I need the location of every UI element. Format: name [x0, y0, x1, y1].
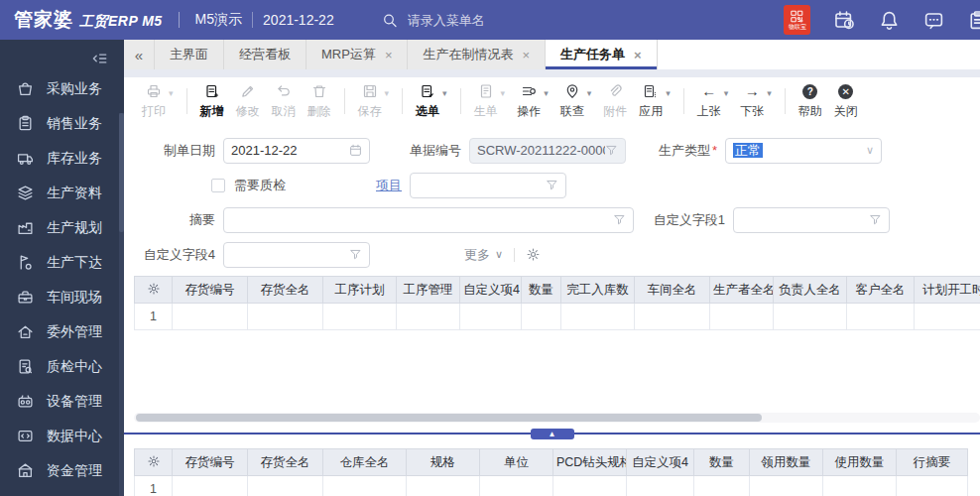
sidebar-item-production-data[interactable]: 生产资料	[0, 176, 124, 210]
grid-cell[interactable]	[248, 304, 323, 330]
tab-wip-report[interactable]: 生产在制情况表×	[408, 40, 546, 69]
grid-cell[interactable]	[173, 304, 248, 330]
grid-cell[interactable]	[522, 304, 561, 330]
grid-cell[interactable]	[897, 476, 968, 496]
pick-button[interactable]: 选单▾	[410, 81, 453, 122]
chevron-down-icon[interactable]: ▾	[169, 88, 174, 98]
grid-cell[interactable]	[694, 476, 750, 496]
help-button[interactable]: ?帮助	[793, 81, 828, 122]
attachment-button[interactable]: 附件	[597, 81, 633, 122]
menu-search-input[interactable]	[406, 12, 558, 29]
message-icon[interactable]	[923, 10, 944, 31]
chevron-down-icon[interactable]: ▾	[724, 88, 729, 98]
grid-cell[interactable]	[248, 476, 323, 496]
sidebar-item-quality[interactable]: 质检中心	[0, 349, 124, 384]
grid-cell[interactable]	[823, 476, 897, 496]
grid-cell[interactable]	[323, 476, 407, 496]
sidebar-item-sales[interactable]: 销售业务	[0, 106, 124, 141]
chevron-down-icon[interactable]: ▾	[666, 88, 671, 98]
grid-cell[interactable]	[480, 476, 553, 496]
clipboard-icon[interactable]	[968, 10, 980, 31]
grid-cell[interactable]	[323, 304, 397, 330]
grid-cell[interactable]	[915, 304, 980, 330]
save-button[interactable]: 保存▾	[352, 81, 396, 122]
print-button[interactable]: 打印▾	[136, 81, 180, 122]
date-input[interactable]: 2021-12-22	[223, 138, 370, 164]
grid-cell[interactable]	[173, 476, 248, 496]
next-button[interactable]: →下张▾	[734, 81, 778, 122]
grid-cell[interactable]	[553, 476, 627, 496]
sidebar-item-production-planning[interactable]: 生产规划	[0, 210, 124, 245]
filter-icon[interactable]	[869, 213, 882, 226]
grid-cell[interactable]	[407, 476, 480, 496]
delete-button[interactable]: 删除	[302, 81, 337, 122]
close-button[interactable]: ✕关闭	[828, 81, 864, 122]
filter-icon[interactable]	[605, 144, 618, 157]
production-type-select[interactable]: 正常 ∨	[725, 138, 882, 164]
summary-input[interactable]	[223, 207, 634, 233]
tab-home[interactable]: 主界面	[155, 40, 224, 69]
operate-button[interactable]: 操作▾	[511, 81, 554, 122]
cancel-button[interactable]: 取消	[266, 81, 302, 122]
sidebar-item-inventory[interactable]: 库存业务	[0, 141, 124, 176]
filter-icon[interactable]	[613, 213, 626, 226]
grid-cell[interactable]	[847, 304, 915, 330]
chevron-down-icon[interactable]: ▾	[587, 88, 592, 98]
bell-icon[interactable]	[879, 10, 900, 31]
sidebar-item-equipment[interactable]: 设备管理	[0, 384, 124, 419]
calendar-clock-icon[interactable]	[834, 10, 855, 31]
chevron-down-icon[interactable]: ▾	[501, 88, 506, 98]
tab-production-order[interactable]: 生产任务单×	[546, 40, 658, 69]
form-settings-gear-icon[interactable]	[526, 247, 541, 262]
grid-cell[interactable]	[750, 476, 823, 496]
sidebar-item-purchase[interactable]: 采购业务	[0, 71, 124, 106]
sidebar-item-data-center[interactable]: 数据中心	[0, 419, 124, 453]
grid-cell[interactable]	[627, 476, 694, 496]
calendar-icon[interactable]	[349, 144, 362, 157]
more-fields-button[interactable]: 更多∨	[464, 246, 503, 264]
grid-cell[interactable]	[397, 304, 460, 330]
qc-required-checkbox[interactable]	[211, 179, 225, 192]
horizontal-scrollbar-thumb[interactable]	[136, 414, 762, 422]
grid-cell[interactable]	[774, 304, 847, 330]
column-settings-gear-icon[interactable]	[135, 449, 173, 476]
tab-close-icon[interactable]: ×	[522, 49, 530, 62]
filter-icon[interactable]	[349, 248, 362, 261]
wulianbao-qr-badge[interactable]: 物联宝	[784, 5, 810, 35]
chevron-down-icon[interactable]: ▾	[385, 88, 390, 98]
sidebar-item-outsourcing[interactable]: 委外管理	[0, 314, 124, 349]
tab-close-icon[interactable]: ×	[634, 49, 642, 62]
filter-icon[interactable]	[546, 179, 558, 191]
apply-button[interactable]: 应用▾	[633, 81, 676, 122]
custom1-field-label: 自定义字段1	[634, 211, 733, 229]
tab-dashboard[interactable]: 经营看板	[224, 40, 306, 69]
prev-button[interactable]: ←上张▾	[691, 81, 735, 122]
tabs-scroll-left-button[interactable]: «	[124, 40, 155, 69]
add-button[interactable]: 新增	[194, 81, 230, 122]
grid-cell[interactable]	[460, 304, 522, 330]
link-query-button[interactable]: 联查▾	[554, 81, 598, 122]
project-link[interactable]: 项目	[376, 178, 402, 192]
sidebar-collapse-button[interactable]	[0, 40, 124, 71]
sidebar-item-finance[interactable]: 资金管理	[0, 453, 124, 488]
grid-cell[interactable]	[635, 304, 710, 330]
sidebar-item-production-dispatch[interactable]: 生产下达	[0, 245, 124, 280]
chevron-down-icon[interactable]: ▾	[442, 88, 447, 98]
edit-button[interactable]: 修改	[230, 81, 266, 122]
tab-mrp[interactable]: MRP运算×	[306, 40, 408, 69]
menu-search[interactable]	[382, 12, 558, 29]
chevron-down-icon[interactable]: ▾	[767, 88, 772, 98]
generate-button[interactable]: 生单▾	[468, 81, 512, 122]
chevron-down-icon[interactable]: ∨	[866, 144, 874, 157]
grid-cell[interactable]	[561, 304, 635, 330]
grid-cell[interactable]	[710, 304, 774, 330]
chevron-down-icon[interactable]: ▾	[544, 88, 549, 98]
sidebar-item-workshop[interactable]: 车间现场	[0, 280, 124, 314]
custom1-input[interactable]	[733, 207, 890, 233]
custom4-input[interactable]	[223, 242, 370, 268]
dispatch-icon	[17, 254, 34, 271]
tab-close-icon[interactable]: ×	[385, 49, 393, 62]
column-settings-gear-icon[interactable]	[135, 277, 173, 304]
splitter-collapse-button[interactable]: ▲	[531, 429, 574, 439]
project-input[interactable]	[410, 173, 566, 198]
